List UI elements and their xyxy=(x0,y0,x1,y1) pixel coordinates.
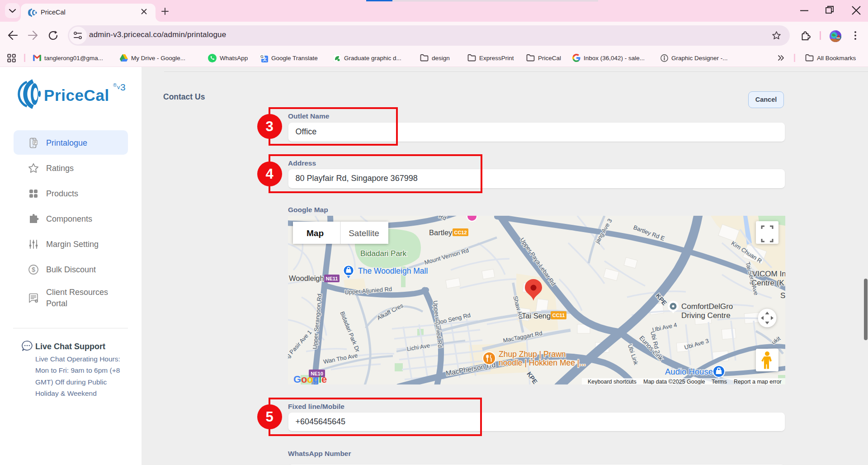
svg-text:CC12: CC12 xyxy=(454,229,467,235)
svg-text:G: G xyxy=(293,374,301,385)
svg-text:Map data ©2025 Google: Map data ©2025 Google xyxy=(643,379,705,385)
svg-text:Zhup Zhup | Prawn: Zhup Zhup | Prawn xyxy=(499,350,566,359)
svg-text:Map: Map xyxy=(307,228,324,238)
svg-text:noodle | Hokkien Mee |...: noodle | Hokkien Mee |... xyxy=(499,358,586,367)
svg-text:o: o xyxy=(307,374,313,385)
svg-text:ComfortDelGro: ComfortDelGro xyxy=(681,302,733,311)
svg-text:Report a map error: Report a map error xyxy=(734,379,782,385)
svg-text:Centre (K: Centre (K xyxy=(751,279,784,287)
svg-text:The Woodleigh Mall: The Woodleigh Mall xyxy=(358,266,428,275)
svg-text:3: 3 xyxy=(120,82,126,92)
svg-text:®: ® xyxy=(113,82,117,88)
svg-text:$: $ xyxy=(32,266,35,273)
svg-text:S: S xyxy=(780,291,785,300)
svg-text:Bartley: Bartley xyxy=(429,228,453,237)
svg-text:PriceCal: PriceCal xyxy=(44,86,109,104)
svg-text:Audio House: Audio House xyxy=(665,367,713,376)
svg-text:Satellite: Satellite xyxy=(349,228,379,238)
svg-text:v: v xyxy=(117,84,120,90)
svg-text:Keyboard shortcuts: Keyboard shortcuts xyxy=(588,379,637,385)
svg-text:o: o xyxy=(301,374,307,385)
svg-text:CC11: CC11 xyxy=(552,313,565,318)
svg-text:Driving Centre: Driving Centre xyxy=(681,311,731,320)
svg-text:VICOM In: VICOM In xyxy=(752,270,785,278)
svg-text:文: 文 xyxy=(263,57,267,62)
svg-text:g: g xyxy=(313,374,319,385)
svg-text:Woodleigh: Woodleigh xyxy=(289,274,324,282)
svg-text:Tai Seng: Tai Seng xyxy=(522,312,551,320)
svg-text:NE11: NE11 xyxy=(326,275,338,281)
svg-text:e: e xyxy=(321,374,327,385)
svg-text:Bidadari Park: Bidadari Park xyxy=(360,249,406,258)
svg-text:Terms: Terms xyxy=(712,379,727,385)
